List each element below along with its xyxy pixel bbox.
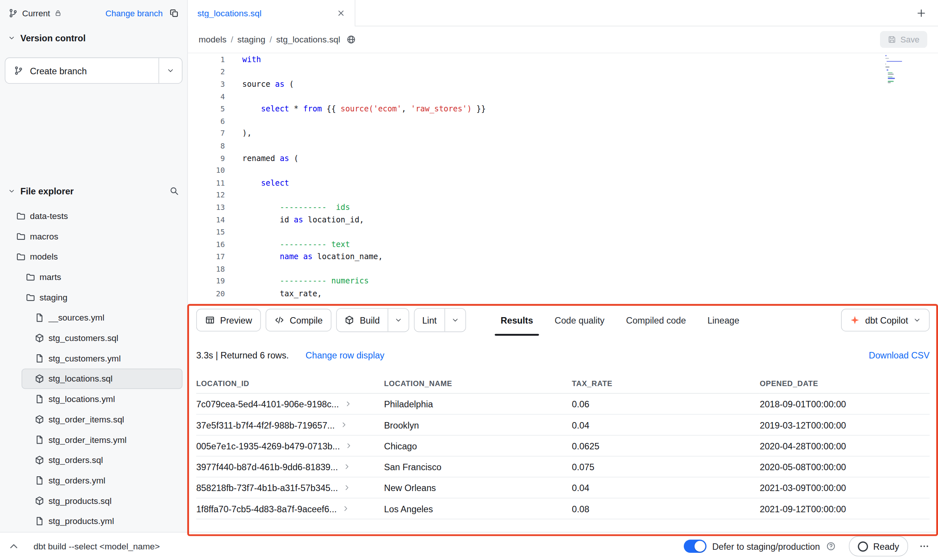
table-cell: 2019-03-12T00:00:00 (760, 415, 929, 435)
code-line-8: 8 (188, 139, 938, 152)
code-line-content: select * from {{ source('ecom', 'raw_sto… (225, 104, 486, 113)
tree-item-stg_customers.sql[interactable]: stg_customers.sql (22, 328, 183, 348)
tree-item-stg_products.yml[interactable]: stg_products.yml (22, 511, 183, 532)
copy-icon[interactable] (169, 8, 179, 18)
version-control-label: Version control (20, 33, 86, 43)
code-line-14: 14 id as location_id, (188, 213, 938, 226)
tree-item-stg_orders.yml[interactable]: stg_orders.yml (22, 470, 183, 491)
dbt-copilot-button[interactable]: dbt Copilot (841, 309, 930, 332)
toggle-knob (694, 541, 705, 552)
ready-status-button[interactable]: Ready (849, 536, 908, 557)
line-number: 1 (188, 55, 225, 64)
code-line-content: ---------- text (225, 240, 350, 249)
new-tab-plus-icon[interactable] (916, 8, 926, 17)
tree-item-stg_order_items.yml[interactable]: stg_order_items.yml (22, 430, 183, 450)
chevron-down-icon (8, 188, 15, 194)
save-button[interactable]: Save (880, 31, 927, 48)
line-number: 15 (188, 227, 225, 236)
tree-item-staging[interactable]: staging (5, 287, 183, 308)
minimap-line (885, 68, 910, 69)
expand-row-chevron-icon[interactable] (340, 421, 347, 429)
tree-item-label: stg_orders.sql (48, 455, 103, 465)
version-control-header[interactable]: Version control (0, 26, 187, 49)
collapse-panel-chevron-up-icon[interactable] (8, 541, 19, 552)
file-explorer-header[interactable]: File explorer (0, 180, 187, 202)
expand-row-chevron-icon[interactable] (342, 505, 349, 512)
minimap-line (885, 62, 910, 63)
tree-item-label: stg_products.yml (48, 516, 114, 526)
lint-button[interactable]: Lint (414, 309, 444, 332)
defer-label: Defer to staging/production (712, 541, 820, 551)
table-cell: 0.0625 (572, 435, 760, 456)
code-editor[interactable]: 1with23source as (45 select * from {{ so… (188, 53, 938, 304)
tree-item-stg_locations.yml[interactable]: stg_locations.yml (22, 389, 183, 409)
tree-item-macros[interactable]: macros (5, 226, 183, 247)
help-icon[interactable] (826, 541, 835, 551)
column-header-location_id: LOCATION_ID (196, 374, 384, 393)
chevron-down-icon (167, 67, 174, 74)
panel-tab-results[interactable]: Results (490, 305, 544, 336)
create-branch-button[interactable]: Create branch (5, 58, 158, 83)
tree-item-marts[interactable]: marts (5, 267, 183, 287)
location-id-value: 858218fb-73f7-4b1b-a31f-57b345... (196, 483, 338, 493)
tab-stg-locations-sql[interactable]: stg_locations.sql (188, 0, 355, 26)
change-row-display-link[interactable]: Change row display (306, 350, 385, 360)
minimap-line (888, 72, 893, 74)
model-icon (35, 455, 44, 465)
minimap-line (885, 58, 889, 59)
expand-row-chevron-icon[interactable] (344, 400, 352, 407)
table-cell: 2021-03-09T00:00:00 (760, 477, 929, 498)
expand-row-chevron-icon[interactable] (343, 484, 350, 491)
line-number: 4 (188, 92, 225, 101)
tree-item-stg_customers.yml[interactable]: stg_customers.yml (22, 348, 183, 369)
model-icon (35, 496, 44, 505)
create-branch-dropdown[interactable] (158, 58, 182, 83)
breadcrumb-part[interactable]: models (199, 35, 227, 44)
tree-item-label: stg_order_items.yml (48, 435, 127, 444)
defer-toggle[interactable] (683, 540, 706, 553)
tree-item-stg_orders.sql[interactable]: stg_orders.sql (22, 450, 183, 470)
line-number: 7 (188, 129, 225, 138)
file-icon (35, 354, 44, 363)
breadcrumb-part[interactable]: staging (238, 35, 266, 44)
expand-row-chevron-icon[interactable] (343, 463, 350, 470)
preview-button[interactable]: Preview (196, 309, 261, 332)
results-table-wrap: LOCATION_IDLOCATION_NAMETAX_RATEOPENED_D… (188, 374, 938, 532)
code-line-content: tax_rate, (225, 289, 322, 298)
model-icon (35, 415, 44, 424)
tree-item-stg_products.sql[interactable]: stg_products.sql (22, 491, 183, 511)
table-row: 1f8ffa70-7cb5-4d83-8a7f-9aceef6...Los An… (196, 498, 930, 519)
close-icon[interactable] (337, 9, 345, 17)
build-dropdown[interactable] (388, 309, 408, 332)
download-csv-link[interactable]: Download CSV (869, 350, 930, 360)
table-cell: 2020-04-28T00:00:00 (760, 435, 929, 456)
docs-globe-icon[interactable] (346, 35, 356, 44)
code-line-16: 16 ---------- text (188, 238, 938, 250)
change-branch-link[interactable]: Change branch (105, 8, 163, 18)
chevron-down-icon (913, 316, 921, 324)
tree-item-stg_order_items.sql[interactable]: stg_order_items.sql (22, 409, 183, 430)
expand-row-chevron-icon[interactable] (345, 442, 352, 449)
status-bar-right: Defer to staging/production Ready (683, 536, 930, 557)
more-options-button[interactable] (919, 541, 929, 552)
command-input[interactable]: dbt build --select <model_name> (33, 541, 159, 551)
search-icon[interactable] (169, 186, 179, 196)
file-explorer-label: File explorer (20, 186, 74, 196)
file-tree: data-testsmacrosmodelsmartsstaging__sour… (0, 202, 187, 533)
minimap-line (885, 75, 910, 76)
panel-tab-code-quality[interactable]: Code quality (544, 305, 616, 336)
tree-item-stg_locations.sql[interactable]: stg_locations.sql (22, 369, 183, 389)
minimap[interactable] (885, 55, 910, 83)
tree-item-data-tests[interactable]: data-tests (5, 206, 183, 226)
line-number: 20 (188, 289, 225, 298)
compile-button[interactable]: Compile (266, 309, 332, 332)
build-cube-icon (345, 315, 354, 325)
code-line-15: 15 (188, 226, 938, 238)
code-line-10: 10 (188, 164, 938, 177)
panel-tab-compiled-code[interactable]: Compiled code (615, 305, 697, 336)
build-button[interactable]: Build (337, 309, 388, 332)
tree-item-__sources.yml[interactable]: __sources.yml (22, 308, 183, 328)
lint-dropdown[interactable] (444, 309, 465, 332)
panel-tab-lineage[interactable]: Lineage (697, 305, 750, 336)
tree-item-models[interactable]: models (5, 247, 183, 267)
